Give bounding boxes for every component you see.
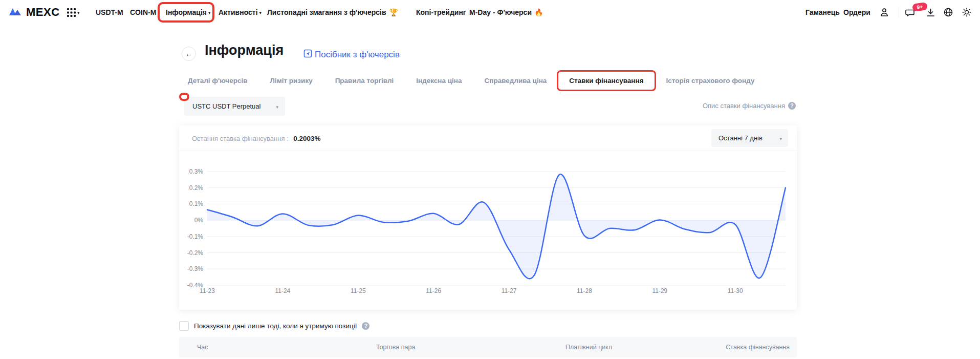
svg-text:0.2%: 0.2% <box>189 184 204 192</box>
svg-text:-0.2%: -0.2% <box>187 249 204 257</box>
tab-fair-price[interactable]: Справедлива ціна <box>485 77 547 85</box>
nav-item-activities[interactable]: Активності ▾ <box>219 0 262 25</box>
show-only-positions-checkbox[interactable] <box>179 321 189 331</box>
svg-text:-0.1%: -0.1% <box>187 233 204 240</box>
svg-text:0%: 0% <box>194 217 204 224</box>
navbar-divider <box>899 8 899 17</box>
column-header-trading-pair: Торгова пара <box>376 337 415 357</box>
funding-rate-chart: 0.3%0.2%0.1%0%-0.1%-0.2%-0.3%-0.4%11-231… <box>180 154 791 307</box>
column-header-time: Час <box>197 337 208 357</box>
svg-text:11-24: 11-24 <box>275 287 290 294</box>
tab-insurance-fund-history[interactable]: Історія страхового фонду <box>666 77 755 85</box>
column-header-settlement-cycle: Платіжний цикл <box>565 337 612 357</box>
chevron-down-icon: ▾ <box>208 10 211 15</box>
orders-link[interactable]: Ордери <box>843 0 870 25</box>
nav-item-copy-trading[interactable]: Копі-трейдинг <box>416 0 466 25</box>
svg-text:11-26: 11-26 <box>426 287 441 294</box>
tab-futures-details[interactable]: Деталі ф'ючерсів <box>188 77 248 85</box>
tab-trading-rules[interactable]: Правила торгівлі <box>335 77 394 85</box>
chevron-down-icon: ▾ <box>77 10 80 15</box>
futures-guide-link[interactable]: Посібник з ф'ючерсів <box>303 49 400 60</box>
trading-pair-select[interactable]: USTC USDT Perpetual ▾ <box>184 97 285 116</box>
column-header-funding-rate: Ставка фінансування <box>726 337 790 357</box>
download-app-icon[interactable] <box>926 0 935 25</box>
info-tabs: Деталі ф'ючерсів Ліміт ризику Правила то… <box>188 77 754 85</box>
nav-item-usdt-m[interactable]: USDT-M <box>96 0 123 25</box>
user-profile-icon[interactable] <box>879 0 889 25</box>
nav-item-coin-m[interactable]: COIN-M <box>130 0 156 25</box>
svg-text:11-30: 11-30 <box>728 287 743 294</box>
language-globe-icon[interactable] <box>943 0 953 25</box>
guide-book-icon <box>303 49 312 60</box>
show-only-positions-label: Показувати дані лише тоді, коли я утриму… <box>194 322 357 330</box>
svg-text:11-29: 11-29 <box>652 287 667 294</box>
date-range-select[interactable]: Останні 7 днів ▾ <box>711 129 788 147</box>
svg-text:11-23: 11-23 <box>200 287 215 294</box>
tab-risk-limit[interactable]: Ліміт ризику <box>270 77 313 85</box>
back-button[interactable]: ← <box>182 47 196 61</box>
chevron-down-icon: ▾ <box>276 104 278 110</box>
top-navbar: MEXC ▾ USDT-M COIN-M Інформація ▾ <box>0 0 980 25</box>
chevron-down-icon: ▾ <box>779 136 782 141</box>
trophy-icon: 🏆 <box>389 8 398 16</box>
last-funding-rate-value: 0.2003% <box>293 135 320 142</box>
nav-item-m-day[interactable]: M-Day - Ф'ючерси 🔥 <box>469 0 543 25</box>
nav-item-information[interactable]: Інформація ▾ <box>166 0 210 25</box>
mexc-logo[interactable]: MEXC <box>7 0 60 25</box>
tab-index-price[interactable]: Індексна ціна <box>416 77 462 85</box>
mexc-logo-text: MEXC <box>26 6 60 19</box>
tab-funding-rates[interactable]: Ставки фінансування <box>569 77 643 85</box>
funding-rate-chart-card: Остання ставка фінансування : 0.2003% Ос… <box>179 125 797 310</box>
svg-text:11-27: 11-27 <box>502 287 517 294</box>
chevron-down-icon: ▾ <box>259 10 262 15</box>
help-icon[interactable]: ? <box>362 322 369 330</box>
theme-toggle-sun-icon[interactable] <box>962 0 972 25</box>
page-title: Інформація <box>205 43 284 58</box>
svg-text:0.1%: 0.1% <box>189 200 204 207</box>
svg-text:11-28: 11-28 <box>577 287 592 294</box>
chart-card-header: Остання ставка фінансування : 0.2003% Ос… <box>179 125 797 151</box>
positions-filter-row: Показувати дані лише тоді, коли я утриму… <box>179 321 369 331</box>
svg-text:11-25: 11-25 <box>351 287 366 294</box>
funding-history-table-header: Час Торгова пара Платіжний цикл Ставка ф… <box>179 337 797 357</box>
help-icon: ? <box>788 102 796 110</box>
wallet-link[interactable]: Гаманець <box>805 0 840 25</box>
apps-grid-icon[interactable]: ▾ <box>67 0 80 25</box>
nav-item-november-competition[interactable]: Листопадні змагання з ф'ючерсів 🏆 <box>267 0 398 25</box>
mexc-futures-information-page: MEXC ▾ USDT-M COIN-M Інформація ▾ <box>0 0 980 359</box>
funding-rate-description-link[interactable]: Опис ставки фінансування ? <box>703 102 796 110</box>
svg-text:0.3%: 0.3% <box>189 168 204 175</box>
last-funding-rate-label: Остання ставка фінансування : <box>192 135 289 142</box>
fire-icon: 🔥 <box>534 8 543 16</box>
mexc-logo-icon <box>7 5 23 20</box>
svg-text:-0.3%: -0.3% <box>187 265 204 272</box>
